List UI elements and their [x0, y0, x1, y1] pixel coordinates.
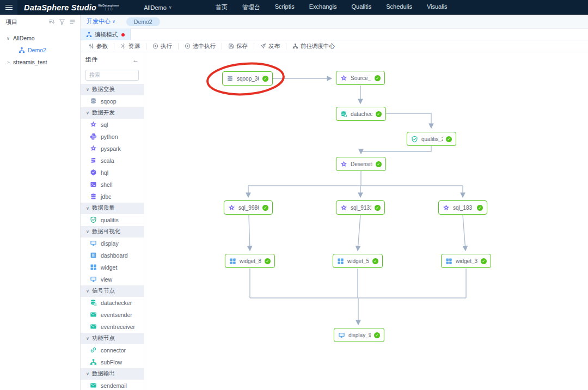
- component-item-qualitis[interactable]: qualitis: [81, 214, 144, 226]
- logo-text: DataSphere Studio: [24, 3, 96, 12]
- node-label: qualitis_2000: [421, 136, 443, 142]
- component-item-datachecker[interactable]: datachecker: [81, 297, 144, 309]
- status-success-icon: ✓: [262, 205, 268, 211]
- hex-icon: [90, 169, 97, 176]
- component-item-jdbc[interactable]: jdbc: [81, 191, 144, 203]
- flow-node-widget-8097[interactable]: widget_8097 ✓: [225, 254, 275, 268]
- node-label: widget_8097: [240, 258, 261, 264]
- tree-item-streamis-test[interactable]: > streamis_test: [0, 56, 80, 68]
- db-check-icon: [340, 111, 347, 118]
- component-panel-title: 组件: [85, 56, 132, 64]
- grid-icon: [90, 264, 97, 271]
- component-item-view[interactable]: view: [81, 273, 144, 285]
- flow-node-widget-5045[interactable]: widget_5045 ✓: [333, 254, 383, 268]
- flow-node-display-9653[interactable]: display_9653 ✓: [334, 328, 384, 342]
- flow-node-desensitized[interactable]: Desensitized... ✓: [336, 157, 386, 171]
- project-header: 项目: [0, 15, 80, 29]
- component-group-visualization[interactable]: ∨ 数据可视化: [81, 226, 144, 237]
- flow-tab-demo2[interactable]: Demo2: [126, 17, 160, 26]
- component-item-scala[interactable]: scala: [81, 155, 144, 167]
- flow-node-datachecker[interactable]: datachecker... ✓: [336, 107, 386, 121]
- component-item-subflow[interactable]: subFlow: [81, 356, 144, 368]
- component-item-python[interactable]: python: [81, 131, 144, 143]
- flow-node-sql-9131[interactable]: sql_9131 ✓: [336, 200, 385, 215]
- toolbar-button-resources[interactable]: 资源: [120, 42, 140, 50]
- dev-center-dropdown[interactable]: 开发中心 ∨: [87, 17, 115, 26]
- status-success-icon: ✓: [376, 161, 382, 167]
- node-label: sql_183: [453, 205, 474, 211]
- spark-icon: [340, 75, 347, 82]
- node-label: Source_Data: [351, 75, 371, 81]
- collapse-arrow-icon[interactable]: ←: [132, 56, 139, 64]
- flow-canvas[interactable]: sqoop_3679 ✓ Source_Data ✓ datachecker..…: [144, 52, 588, 390]
- filter-icon[interactable]: [59, 19, 65, 25]
- component-item-shell[interactable]: shell: [81, 179, 144, 191]
- mail-icon: [90, 311, 97, 318]
- spark-icon: [340, 204, 347, 211]
- flow-node-widget-3197[interactable]: widget_3197 ✓: [441, 254, 491, 268]
- component-item-eventreceiver[interactable]: eventreceiver: [81, 321, 144, 333]
- caret-right-icon: >: [5, 60, 11, 65]
- tree-item-alldemo[interactable]: ∨ AllDemo: [0, 32, 80, 44]
- component-item-eventsender[interactable]: eventsender: [81, 309, 144, 321]
- toolbar-button-goto-scheduler[interactable]: 前往调度中心: [292, 42, 335, 50]
- shield-icon: [90, 216, 97, 223]
- component-group-data-exchange[interactable]: ∨ 数据交换: [81, 84, 144, 95]
- component-group-signal-nodes[interactable]: ∨ 信号节点: [81, 285, 144, 297]
- editor-content: 组件 ← ∨ 数据交换 sqoop ∨ 数据开发: [81, 52, 588, 390]
- tree-item-demo2[interactable]: Demo2: [0, 44, 80, 56]
- nav-item-home[interactable]: 首页: [216, 3, 228, 11]
- flow-icon: [292, 43, 298, 49]
- flow-node-qualitis-2000[interactable]: qualitis_2000 ✓: [407, 132, 456, 146]
- component-group-data-quality[interactable]: ∨ 数据质量: [81, 203, 144, 214]
- component-item-display[interactable]: display: [81, 237, 144, 249]
- component-group-data-output[interactable]: ∨ 数据输出: [81, 368, 144, 380]
- nav-item-schedulis[interactable]: Schedulis: [386, 3, 412, 11]
- component-item-dashboard[interactable]: dashboard: [81, 249, 144, 261]
- nav-item-visualis[interactable]: Visualis: [427, 3, 448, 11]
- component-item-sql[interactable]: sql: [81, 119, 144, 131]
- node-label: datachecker...: [351, 111, 372, 117]
- flow-node-source-data[interactable]: Source_Data ✓: [336, 71, 385, 85]
- component-group-data-dev[interactable]: ∨ 数据开发: [81, 107, 144, 119]
- status-success-icon: ✓: [374, 332, 380, 338]
- jdbc-icon: [90, 193, 97, 200]
- toolbar-button-save[interactable]: 保存: [228, 42, 248, 50]
- status-success-icon: ✓: [375, 75, 381, 81]
- component-item-widget[interactable]: widget: [81, 261, 144, 273]
- component-group-function-nodes[interactable]: ∨ 功能节点: [81, 333, 144, 344]
- nav-item-qualitis[interactable]: Qualitis: [352, 3, 372, 11]
- mail-icon: [90, 382, 97, 389]
- flow-node-sql-183[interactable]: sql_183 ✓: [438, 200, 487, 215]
- spark-icon: [443, 204, 450, 211]
- component-item-connector[interactable]: connector: [81, 344, 144, 356]
- toolbar-button-execute-selected[interactable]: 选中执行: [185, 42, 216, 50]
- component-item-hql[interactable]: hql: [81, 167, 144, 179]
- component-item-pyspark[interactable]: pyspark: [81, 143, 144, 155]
- status-success-icon: ✓: [477, 205, 483, 211]
- status-success-icon: ✓: [376, 111, 382, 117]
- edge-sql183-to-widget3197: [463, 215, 465, 251]
- toolbar-button-params[interactable]: 参数: [88, 42, 108, 50]
- play-icon: [152, 43, 158, 49]
- component-item-sqoop[interactable]: sqoop: [81, 95, 144, 107]
- component-search-input[interactable]: [85, 70, 139, 81]
- divider: [114, 43, 114, 50]
- nav-item-scriptis[interactable]: Scriptis: [275, 3, 295, 11]
- nav-item-exchangis[interactable]: Exchangis: [309, 3, 337, 11]
- toolbar-button-execute[interactable]: 执行: [152, 42, 172, 50]
- tab-edit-mode[interactable]: 编辑模式: [81, 29, 131, 40]
- component-item-sendemail[interactable]: sendemail: [81, 380, 144, 390]
- shield-icon: [411, 136, 418, 143]
- toolbar-button-publish[interactable]: 发布: [260, 42, 280, 50]
- monitor-icon: [90, 240, 97, 247]
- workspace-dropdown[interactable]: AllDemo ∨: [144, 4, 171, 11]
- flow-node-sqoop-3679[interactable]: sqoop_3679 ✓: [222, 71, 273, 86]
- edge-sql9986-to-widget8097: [249, 215, 250, 251]
- hamburger-menu-icon[interactable]: [0, 0, 17, 15]
- nav-item-console[interactable]: 管理台: [242, 3, 260, 11]
- list-icon[interactable]: [69, 19, 76, 25]
- sort-icon[interactable]: [48, 19, 55, 25]
- spark-icon: [228, 204, 235, 211]
- flow-node-sql-9986[interactable]: sql_9986 ✓: [224, 200, 273, 215]
